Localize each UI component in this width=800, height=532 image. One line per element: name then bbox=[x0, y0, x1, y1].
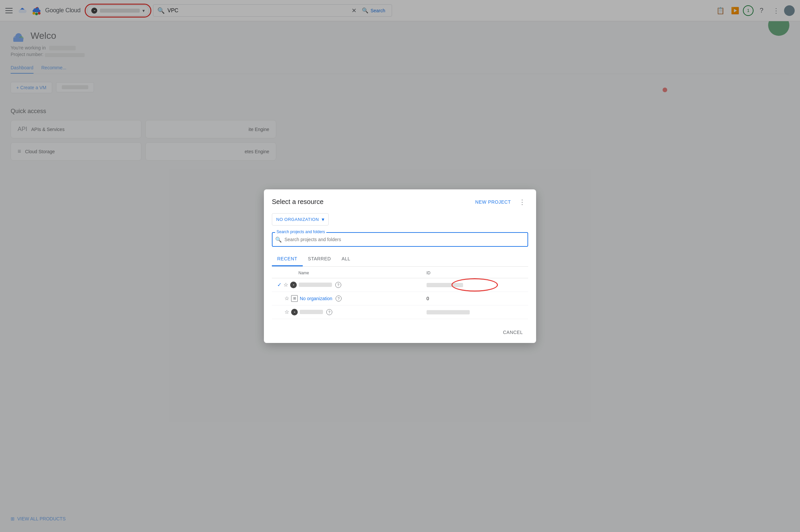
row1-name-cell: ✓ ☆ •• ? bbox=[272, 278, 421, 291]
no-organization-link[interactable]: No organization bbox=[300, 296, 332, 301]
row1-id-blurred bbox=[426, 283, 463, 287]
selected-check-icon: ✓ bbox=[277, 282, 281, 288]
row1-id-cell bbox=[421, 278, 528, 291]
modal-title: Select a resource bbox=[272, 198, 324, 206]
tab-recent[interactable]: RECENT bbox=[272, 252, 303, 266]
row2-id-cell: 0 bbox=[421, 291, 528, 305]
tab-starred[interactable]: STARRED bbox=[303, 252, 336, 266]
search-field-icon: 🔍 bbox=[275, 236, 282, 243]
row3-name-cell: ☆ •• ? bbox=[272, 305, 421, 319]
row2-id-value: 0 bbox=[426, 296, 429, 301]
row3-id-blurred bbox=[426, 310, 470, 315]
table-row[interactable]: ☆ ⊞ No organization ? 0 bbox=[272, 291, 528, 305]
row1-help-icon[interactable]: ? bbox=[335, 282, 341, 288]
resource-tabs: RECENT STARRED ALL bbox=[272, 252, 528, 267]
org-selector-arrow-icon: ▾ bbox=[322, 216, 325, 223]
more-vert-icon: ⋮ bbox=[519, 198, 526, 206]
table-row[interactable]: ☆ •• ? bbox=[272, 305, 528, 319]
resource-table: Name ID ✓ ☆ •• bbox=[272, 267, 528, 319]
star-icon-row2[interactable]: ☆ bbox=[285, 295, 289, 302]
search-field-label: Search projects and folders bbox=[275, 229, 326, 234]
modal-footer: CANCEL bbox=[264, 322, 536, 343]
modal-header-actions: NEW PROJECT ⋮ bbox=[475, 196, 528, 208]
table-row[interactable]: ✓ ☆ •• ? bbox=[272, 278, 528, 291]
project-type-icon-row1: •• bbox=[290, 282, 297, 288]
org-selector[interactable]: NO ORGANIZATION ▾ bbox=[272, 213, 329, 226]
project-search-input[interactable] bbox=[272, 232, 528, 247]
project-search-container: Search projects and folders 🔍 bbox=[272, 232, 528, 247]
star-icon-row3[interactable]: ☆ bbox=[285, 309, 289, 315]
row2-help-icon[interactable]: ? bbox=[335, 296, 342, 302]
cancel-button[interactable]: CANCEL bbox=[497, 327, 528, 338]
org-selector-label: NO ORGANIZATION bbox=[276, 217, 319, 222]
select-resource-modal: Select a resource NEW PROJECT ⋮ NO ORGAN… bbox=[264, 189, 536, 343]
modal-overlay[interactable]: Select a resource NEW PROJECT ⋮ NO ORGAN… bbox=[0, 0, 800, 532]
tab-all[interactable]: ALL bbox=[336, 252, 356, 266]
row3-id-cell bbox=[421, 305, 528, 319]
row3-name-blurred bbox=[300, 310, 323, 314]
col-header-id: ID bbox=[421, 267, 528, 278]
row1-name-blurred bbox=[299, 283, 332, 287]
row2-name-cell: ☆ ⊞ No organization ? bbox=[272, 291, 421, 305]
star-icon-row1[interactable]: ☆ bbox=[284, 282, 288, 288]
col-header-name: Name bbox=[272, 267, 421, 278]
modal-more-options-button[interactable]: ⋮ bbox=[516, 196, 528, 208]
modal-body: NO ORGANIZATION ▾ Search projects and fo… bbox=[264, 213, 536, 322]
org-type-icon-row2: ⊞ bbox=[291, 295, 298, 302]
modal-header: Select a resource NEW PROJECT ⋮ bbox=[264, 189, 536, 213]
project-type-icon-row3: •• bbox=[291, 309, 298, 316]
row3-help-icon[interactable]: ? bbox=[326, 309, 332, 315]
new-project-button[interactable]: NEW PROJECT bbox=[475, 200, 511, 205]
